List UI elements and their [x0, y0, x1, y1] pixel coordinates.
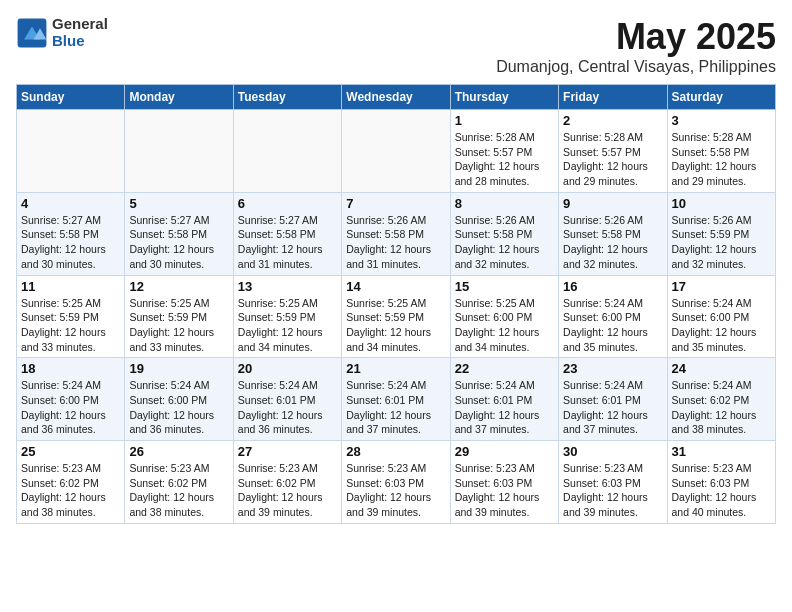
calendar-cell: 17Sunrise: 5:24 AM Sunset: 6:00 PM Dayli… — [667, 275, 775, 358]
logo-icon — [16, 17, 48, 49]
day-info: Sunrise: 5:28 AM Sunset: 5:57 PM Dayligh… — [563, 130, 662, 189]
day-number: 2 — [563, 113, 662, 128]
day-info: Sunrise: 5:23 AM Sunset: 6:03 PM Dayligh… — [563, 461, 662, 520]
day-info: Sunrise: 5:25 AM Sunset: 5:59 PM Dayligh… — [346, 296, 445, 355]
day-info: Sunrise: 5:25 AM Sunset: 6:00 PM Dayligh… — [455, 296, 554, 355]
calendar-cell — [233, 110, 341, 193]
week-row-1: 1Sunrise: 5:28 AM Sunset: 5:57 PM Daylig… — [17, 110, 776, 193]
day-info: Sunrise: 5:23 AM Sunset: 6:02 PM Dayligh… — [238, 461, 337, 520]
weekday-header-tuesday: Tuesday — [233, 85, 341, 110]
weekday-header-thursday: Thursday — [450, 85, 558, 110]
day-number: 17 — [672, 279, 771, 294]
day-number: 12 — [129, 279, 228, 294]
week-row-4: 18Sunrise: 5:24 AM Sunset: 6:00 PM Dayli… — [17, 358, 776, 441]
day-number: 30 — [563, 444, 662, 459]
calendar-cell: 19Sunrise: 5:24 AM Sunset: 6:00 PM Dayli… — [125, 358, 233, 441]
calendar-cell: 21Sunrise: 5:24 AM Sunset: 6:01 PM Dayli… — [342, 358, 450, 441]
day-info: Sunrise: 5:28 AM Sunset: 5:57 PM Dayligh… — [455, 130, 554, 189]
calendar-cell: 7Sunrise: 5:26 AM Sunset: 5:58 PM Daylig… — [342, 192, 450, 275]
week-row-2: 4Sunrise: 5:27 AM Sunset: 5:58 PM Daylig… — [17, 192, 776, 275]
day-number: 9 — [563, 196, 662, 211]
week-row-5: 25Sunrise: 5:23 AM Sunset: 6:02 PM Dayli… — [17, 441, 776, 524]
calendar-cell: 16Sunrise: 5:24 AM Sunset: 6:00 PM Dayli… — [559, 275, 667, 358]
day-info: Sunrise: 5:27 AM Sunset: 5:58 PM Dayligh… — [129, 213, 228, 272]
day-info: Sunrise: 5:24 AM Sunset: 6:01 PM Dayligh… — [455, 378, 554, 437]
calendar-cell: 13Sunrise: 5:25 AM Sunset: 5:59 PM Dayli… — [233, 275, 341, 358]
day-number: 5 — [129, 196, 228, 211]
calendar-cell: 10Sunrise: 5:26 AM Sunset: 5:59 PM Dayli… — [667, 192, 775, 275]
weekday-header-wednesday: Wednesday — [342, 85, 450, 110]
day-info: Sunrise: 5:26 AM Sunset: 5:58 PM Dayligh… — [455, 213, 554, 272]
day-info: Sunrise: 5:25 AM Sunset: 5:59 PM Dayligh… — [238, 296, 337, 355]
day-number: 3 — [672, 113, 771, 128]
day-info: Sunrise: 5:28 AM Sunset: 5:58 PM Dayligh… — [672, 130, 771, 189]
calendar-cell: 23Sunrise: 5:24 AM Sunset: 6:01 PM Dayli… — [559, 358, 667, 441]
day-number: 13 — [238, 279, 337, 294]
calendar-cell: 28Sunrise: 5:23 AM Sunset: 6:03 PM Dayli… — [342, 441, 450, 524]
day-number: 24 — [672, 361, 771, 376]
logo: General Blue — [16, 16, 108, 49]
day-info: Sunrise: 5:24 AM Sunset: 6:01 PM Dayligh… — [563, 378, 662, 437]
calendar-cell: 3Sunrise: 5:28 AM Sunset: 5:58 PM Daylig… — [667, 110, 775, 193]
day-number: 18 — [21, 361, 120, 376]
calendar-cell — [342, 110, 450, 193]
calendar-cell: 15Sunrise: 5:25 AM Sunset: 6:00 PM Dayli… — [450, 275, 558, 358]
calendar-cell: 25Sunrise: 5:23 AM Sunset: 6:02 PM Dayli… — [17, 441, 125, 524]
weekday-header-friday: Friday — [559, 85, 667, 110]
calendar-cell: 12Sunrise: 5:25 AM Sunset: 5:59 PM Dayli… — [125, 275, 233, 358]
calendar-cell: 6Sunrise: 5:27 AM Sunset: 5:58 PM Daylig… — [233, 192, 341, 275]
day-info: Sunrise: 5:23 AM Sunset: 6:02 PM Dayligh… — [129, 461, 228, 520]
calendar-cell: 1Sunrise: 5:28 AM Sunset: 5:57 PM Daylig… — [450, 110, 558, 193]
day-number: 16 — [563, 279, 662, 294]
page-header: General Blue May 2025 Dumanjog, Central … — [16, 16, 776, 76]
calendar-cell: 11Sunrise: 5:25 AM Sunset: 5:59 PM Dayli… — [17, 275, 125, 358]
day-number: 27 — [238, 444, 337, 459]
calendar-cell: 18Sunrise: 5:24 AM Sunset: 6:00 PM Dayli… — [17, 358, 125, 441]
day-info: Sunrise: 5:24 AM Sunset: 6:02 PM Dayligh… — [672, 378, 771, 437]
day-number: 21 — [346, 361, 445, 376]
day-number: 7 — [346, 196, 445, 211]
day-info: Sunrise: 5:23 AM Sunset: 6:03 PM Dayligh… — [346, 461, 445, 520]
day-info: Sunrise: 5:23 AM Sunset: 6:03 PM Dayligh… — [455, 461, 554, 520]
calendar-cell — [17, 110, 125, 193]
day-info: Sunrise: 5:23 AM Sunset: 6:03 PM Dayligh… — [672, 461, 771, 520]
day-number: 19 — [129, 361, 228, 376]
day-info: Sunrise: 5:25 AM Sunset: 5:59 PM Dayligh… — [21, 296, 120, 355]
day-info: Sunrise: 5:24 AM Sunset: 6:00 PM Dayligh… — [129, 378, 228, 437]
day-info: Sunrise: 5:24 AM Sunset: 6:00 PM Dayligh… — [563, 296, 662, 355]
calendar-cell: 20Sunrise: 5:24 AM Sunset: 6:01 PM Dayli… — [233, 358, 341, 441]
day-info: Sunrise: 5:24 AM Sunset: 6:01 PM Dayligh… — [346, 378, 445, 437]
day-info: Sunrise: 5:23 AM Sunset: 6:02 PM Dayligh… — [21, 461, 120, 520]
day-info: Sunrise: 5:27 AM Sunset: 5:58 PM Dayligh… — [21, 213, 120, 272]
location-title: Dumanjog, Central Visayas, Philippines — [496, 58, 776, 76]
calendar-cell: 2Sunrise: 5:28 AM Sunset: 5:57 PM Daylig… — [559, 110, 667, 193]
calendar-cell: 31Sunrise: 5:23 AM Sunset: 6:03 PM Dayli… — [667, 441, 775, 524]
day-info: Sunrise: 5:26 AM Sunset: 5:59 PM Dayligh… — [672, 213, 771, 272]
weekday-header-row: SundayMondayTuesdayWednesdayThursdayFrid… — [17, 85, 776, 110]
day-number: 23 — [563, 361, 662, 376]
day-number: 15 — [455, 279, 554, 294]
calendar-cell: 22Sunrise: 5:24 AM Sunset: 6:01 PM Dayli… — [450, 358, 558, 441]
day-number: 20 — [238, 361, 337, 376]
day-number: 31 — [672, 444, 771, 459]
day-number: 8 — [455, 196, 554, 211]
calendar-cell: 14Sunrise: 5:25 AM Sunset: 5:59 PM Dayli… — [342, 275, 450, 358]
day-number: 6 — [238, 196, 337, 211]
day-number: 29 — [455, 444, 554, 459]
day-number: 11 — [21, 279, 120, 294]
calendar-cell: 29Sunrise: 5:23 AM Sunset: 6:03 PM Dayli… — [450, 441, 558, 524]
calendar-cell: 8Sunrise: 5:26 AM Sunset: 5:58 PM Daylig… — [450, 192, 558, 275]
weekday-header-sunday: Sunday — [17, 85, 125, 110]
day-number: 25 — [21, 444, 120, 459]
calendar-cell: 24Sunrise: 5:24 AM Sunset: 6:02 PM Dayli… — [667, 358, 775, 441]
day-number: 10 — [672, 196, 771, 211]
day-info: Sunrise: 5:27 AM Sunset: 5:58 PM Dayligh… — [238, 213, 337, 272]
calendar-cell: 30Sunrise: 5:23 AM Sunset: 6:03 PM Dayli… — [559, 441, 667, 524]
day-number: 1 — [455, 113, 554, 128]
calendar-table: SundayMondayTuesdayWednesdayThursdayFrid… — [16, 84, 776, 524]
day-info: Sunrise: 5:26 AM Sunset: 5:58 PM Dayligh… — [346, 213, 445, 272]
calendar-cell — [125, 110, 233, 193]
weekday-header-monday: Monday — [125, 85, 233, 110]
day-number: 22 — [455, 361, 554, 376]
logo-general: General — [52, 16, 108, 33]
